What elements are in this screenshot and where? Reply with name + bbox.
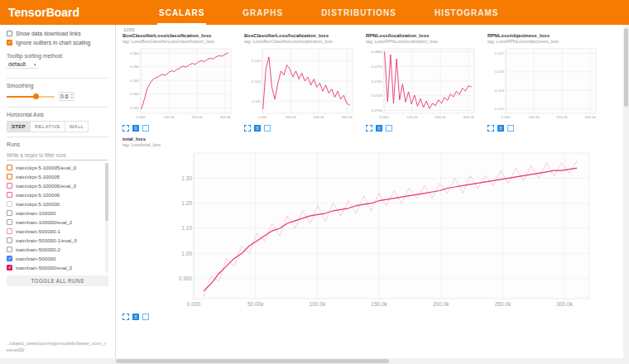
rpn-localization-loss-chart[interactable]: 0.07000.07250.07500.07750.08000.000100.0… bbox=[366, 46, 478, 123]
vertical-scrollbar-thumb[interactable] bbox=[624, 28, 628, 107]
run-selector-icon[interactable]: ≡ bbox=[254, 125, 261, 132]
svg-text:0.200: 0.200 bbox=[130, 78, 140, 82]
smoothing-slider[interactable] bbox=[7, 96, 55, 98]
horizontal-scrollbar[interactable] bbox=[0, 358, 629, 364]
expand-chart-icon[interactable] bbox=[122, 125, 129, 132]
expand-chart-icon[interactable] bbox=[487, 125, 494, 132]
svg-text:0.000: 0.000 bbox=[137, 115, 146, 119]
axis-wall-button[interactable]: WALL bbox=[65, 121, 89, 132]
classification-loss-chart[interactable]: 0.1000.1500.2000.2500.3000.000100.0k200.… bbox=[122, 46, 235, 123]
run-item[interactable]: train/train-500000/eval_0 bbox=[7, 263, 103, 272]
svg-text:250.0k: 250.0k bbox=[495, 301, 511, 307]
svg-text:300.0k: 300.0k bbox=[342, 115, 353, 119]
tab-distributions[interactable]: DISTRIBUTIONS bbox=[319, 1, 398, 25]
svg-text:300.0k: 300.0k bbox=[220, 115, 232, 119]
run-item[interactable]: train/train-500000-1/eval_0 bbox=[7, 236, 103, 245]
svg-text:200.0k: 200.0k bbox=[192, 115, 204, 119]
scalars-dashboard: 1059 BoxClassifierLoss/classification_lo… bbox=[116, 25, 629, 358]
run-checkbox-icon bbox=[7, 265, 12, 271]
horizontal-axis-label: Horizontal Axis bbox=[7, 112, 108, 117]
run-checkbox-icon bbox=[7, 247, 12, 252]
fit-domain-icon[interactable] bbox=[142, 314, 149, 320]
slider-thumb[interactable] bbox=[33, 93, 39, 99]
run-item[interactable]: train/ckpt-5-100006 bbox=[7, 190, 103, 199]
svg-text:0.127: 0.127 bbox=[495, 51, 505, 55]
runs-filter-input[interactable] bbox=[7, 151, 108, 160]
svg-text:0.0725: 0.0725 bbox=[372, 93, 383, 98]
smoothing-label: Smoothing bbox=[7, 83, 108, 89]
svg-text:1.20: 1.20 bbox=[181, 200, 192, 206]
tab-graphs[interactable]: GRAPHS bbox=[241, 1, 285, 25]
svg-text:0.125: 0.125 bbox=[495, 69, 505, 74]
run-item[interactable]: train/train-100000 bbox=[7, 208, 103, 218]
run-item[interactable]: train/train-100000/eval_0 bbox=[7, 218, 103, 227]
svg-text:0.123: 0.123 bbox=[495, 88, 505, 92]
chart-tag: tag: Loss/total_loss bbox=[122, 142, 619, 147]
logdir-path: ../object_detection/regs/models/faster_r… bbox=[7, 337, 108, 355]
svg-text:100.0k: 100.0k bbox=[528, 115, 540, 119]
expand-chart-icon[interactable] bbox=[244, 125, 251, 132]
svg-text:0.121: 0.121 bbox=[495, 107, 505, 111]
nav-tabs: SCALARS GRAPHS DISTRIBUTIONS HISTOGRAMS bbox=[157, 1, 501, 25]
run-checkbox-icon bbox=[7, 183, 12, 189]
svg-text:0.100: 0.100 bbox=[130, 106, 140, 110]
run-selector-icon[interactable]: ≡ bbox=[132, 125, 139, 132]
tab-histograms[interactable]: HISTOGRAMS bbox=[433, 1, 501, 25]
runs-scrollbar[interactable] bbox=[105, 163, 108, 272]
chart-title: BoxClassifierLoss/localization_loss bbox=[244, 33, 358, 39]
vertical-scrollbar[interactable] bbox=[623, 25, 629, 364]
run-item[interactable]: train/ckpt-5-100006/eval_0 bbox=[7, 181, 103, 190]
horizontal-scrollbar-thumb[interactable] bbox=[116, 359, 389, 363]
horizontal-axis-toggle: STEP RELATIVE WALL bbox=[7, 121, 108, 132]
fit-domain-icon[interactable] bbox=[142, 125, 149, 132]
axis-relative-button[interactable]: RELATIVE bbox=[30, 121, 65, 132]
runs-scrollbar-thumb[interactable] bbox=[105, 163, 108, 221]
svg-text:150.0k: 150.0k bbox=[371, 301, 387, 307]
svg-text:200.0k: 200.0k bbox=[433, 301, 449, 307]
tooltip-sorting-value: default bbox=[8, 61, 26, 67]
chart-row: BoxClassifierLoss/classification_loss ta… bbox=[122, 33, 624, 132]
slider-fill bbox=[7, 96, 36, 98]
svg-text:300.0k: 300.0k bbox=[585, 115, 597, 119]
run-item[interactable]: train/ckpt-5-100005 bbox=[7, 172, 103, 181]
run-item[interactable]: train/ckpt-5-100000 bbox=[7, 199, 103, 208]
smoothing-input[interactable] bbox=[60, 93, 70, 99]
run-checkbox-icon bbox=[7, 201, 12, 207]
fit-domain-icon[interactable] bbox=[386, 125, 392, 132]
run-item[interactable]: train/train-500000-2 bbox=[7, 245, 103, 254]
toggle-all-runs-button[interactable]: TOGGLE ALL RUNS bbox=[7, 275, 108, 286]
run-item[interactable]: train/train-500000-1 bbox=[7, 227, 103, 236]
svg-text:50.00k: 50.00k bbox=[247, 301, 264, 307]
run-checkbox-icon bbox=[7, 210, 12, 216]
run-selector-icon[interactable]: ≡ bbox=[132, 314, 139, 320]
chart-toolbar: ≡ bbox=[487, 125, 602, 132]
total-loss-chart[interactable]: 0.9001.001.101.201.300.00050.00k100.0k15… bbox=[169, 148, 599, 312]
run-item[interactable]: train/train-500000 bbox=[7, 254, 103, 263]
run-selector-icon[interactable]: ≡ bbox=[497, 125, 504, 132]
box-localization-loss-chart[interactable]: 0.1100.1200.1300.000100.0k200.0k300.0k bbox=[244, 46, 357, 123]
run-checkbox-icon bbox=[7, 165, 12, 170]
chart-tag: tag: Loss/BoxClassifierLoss/classificati… bbox=[122, 39, 237, 44]
run-checkbox-icon bbox=[7, 228, 12, 234]
dashboard-note: 1059 bbox=[123, 27, 624, 32]
objectness-loss-chart[interactable]: 0.1210.1230.1250.1270.000100.0k200.0k300… bbox=[487, 46, 600, 123]
expand-chart-icon[interactable] bbox=[122, 314, 129, 320]
svg-text:0.0800: 0.0800 bbox=[372, 50, 383, 54]
show-download-links-checkbox[interactable]: Show data download links bbox=[7, 31, 108, 36]
chart-title: total_loss bbox=[122, 136, 619, 142]
dropdown-caret-icon: ▾ bbox=[34, 62, 36, 67]
tooltip-sorting-select[interactable]: default ▾ bbox=[7, 60, 38, 69]
ignore-outliers-checkbox[interactable]: Ignore outliers in chart scaling bbox=[7, 40, 108, 46]
run-selector-icon[interactable]: ≡ bbox=[376, 125, 382, 132]
axis-step-button[interactable]: STEP bbox=[7, 121, 31, 132]
svg-text:200.0k: 200.0k bbox=[435, 115, 447, 119]
svg-text:0.000: 0.000 bbox=[187, 301, 201, 307]
fit-domain-icon[interactable] bbox=[264, 125, 271, 132]
expand-chart-icon[interactable] bbox=[366, 125, 372, 132]
run-item[interactable]: train/ckpt-5-100005/eval_0 bbox=[7, 163, 103, 172]
fit-domain-icon[interactable] bbox=[507, 125, 514, 132]
tab-scalars[interactable]: SCALARS bbox=[157, 1, 206, 25]
chart-card-total-loss: total_loss tag: Loss/total_loss 0.9001.0… bbox=[122, 136, 619, 321]
stepper-arrows-icon[interactable]: ▲▼ bbox=[70, 93, 73, 99]
chart-title: BoxClassifierLoss/classification_loss bbox=[122, 33, 237, 39]
